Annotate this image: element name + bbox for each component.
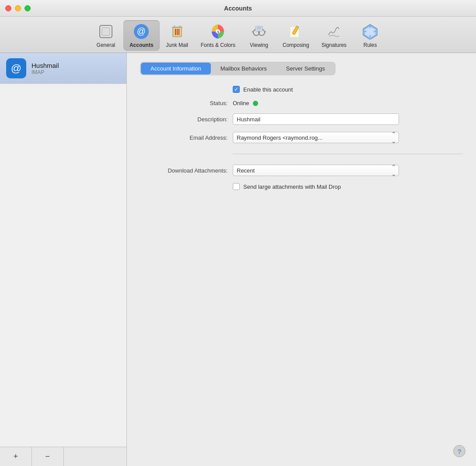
sidebar-controls: + − — [0, 447, 126, 466]
title-bar: Accounts — [0, 0, 476, 17]
email-address-label: Email Address: — [140, 134, 228, 141]
status-label: Status: — [140, 100, 228, 106]
account-info: Hushmail IMAP — [32, 62, 59, 75]
download-attachments-row: Download Attachments: All Recent None ⌃⌄ — [140, 165, 463, 176]
download-attachments-select[interactable]: All Recent None — [233, 165, 399, 176]
toolbar-item-accounts[interactable]: @ Accounts — [123, 20, 160, 51]
tab-bar: Account Information Mailbox Behaviors Se… — [140, 62, 336, 75]
rules-icon — [361, 23, 379, 40]
toolbar-item-junk-mail[interactable]: Junk Mail — [160, 20, 195, 51]
description-value — [233, 113, 463, 125]
download-attachments-select-wrapper: All Recent None ⌃⌄ — [233, 165, 399, 176]
toolbar-label-fonts-colors: Fonts & Colors — [201, 42, 235, 48]
toolbar-item-signatures[interactable]: Signatures — [315, 20, 353, 51]
download-attachments-label: Download Attachments: — [140, 167, 228, 174]
junk-mail-icon — [168, 23, 186, 40]
account-item-hushmail[interactable]: @ Hushmail IMAP — [0, 53, 126, 84]
account-type: IMAP — [32, 69, 59, 75]
form-divider — [233, 154, 463, 154]
minimize-button[interactable] — [15, 5, 21, 11]
description-input[interactable] — [233, 113, 399, 125]
checkmark-icon: ✓ — [234, 87, 238, 92]
svg-text:@: @ — [137, 26, 146, 36]
traffic-lights — [5, 5, 31, 11]
toolbar-label-rules: Rules — [364, 42, 377, 48]
mail-drop-label: Send large attachments with Mail Drop — [243, 184, 341, 190]
accounts-icon: @ — [133, 23, 150, 40]
at-icon: @ — [11, 62, 21, 74]
email-address-value: Raymond Rogers <raymond.rog... ⌃⌄ — [233, 132, 463, 143]
status-online-dot — [253, 101, 258, 106]
description-row: Description: — [140, 113, 463, 125]
tab-server-settings[interactable]: Server Settings — [276, 63, 335, 74]
toolbar-label-accounts: Accounts — [130, 42, 154, 48]
status-row: Status: Online — [140, 100, 463, 106]
toolbar-label-general: General — [97, 42, 116, 48]
sidebar: @ Hushmail IMAP + − — [0, 53, 127, 466]
toolbar-item-viewing[interactable]: Viewing — [242, 20, 276, 51]
status-value: Online — [233, 100, 463, 106]
enable-account-checkbox[interactable]: ✓ — [233, 86, 240, 93]
toolbar-item-rules[interactable]: Rules — [353, 20, 388, 51]
composing-icon — [287, 23, 304, 40]
account-name: Hushmail — [32, 62, 59, 69]
maximize-button[interactable] — [24, 5, 31, 11]
svg-rect-1 — [102, 28, 110, 35]
mail-drop-checkbox[interactable] — [233, 183, 240, 190]
toolbar: General @ Accounts Junk Mail — [0, 17, 476, 53]
toolbar-label-junk-mail: Junk Mail — [166, 42, 188, 48]
window-title: Accounts — [224, 5, 252, 12]
toolbar-item-general[interactable]: General — [88, 20, 123, 51]
status-text: Online — [233, 100, 249, 106]
sidebar-spacer — [64, 447, 127, 466]
detail-panel: Account Information Mailbox Behaviors Se… — [127, 53, 476, 466]
close-button[interactable] — [5, 5, 11, 11]
remove-account-button[interactable]: − — [32, 447, 64, 466]
help-button[interactable]: ? — [453, 445, 466, 457]
enable-account-label: Enable this account — [243, 86, 293, 93]
tab-mailbox-behaviors[interactable]: Mailbox Behaviors — [211, 63, 276, 74]
signatures-icon — [325, 23, 343, 40]
toolbar-item-fonts-colors[interactable]: A Fonts & Colors — [195, 20, 242, 51]
mail-drop-row: Send large attachments with Mail Drop — [233, 183, 463, 190]
email-address-select[interactable]: Raymond Rogers <raymond.rog... — [233, 132, 399, 143]
enable-account-row: ✓ Enable this account — [233, 86, 463, 93]
description-label: Description: — [140, 116, 228, 123]
toolbar-item-composing[interactable]: Composing — [276, 20, 315, 51]
toolbar-label-composing: Composing — [283, 42, 309, 48]
toolbar-label-viewing: Viewing — [250, 42, 268, 48]
email-address-row: Email Address: Raymond Rogers <raymond.r… — [140, 132, 463, 143]
email-address-select-wrapper: Raymond Rogers <raymond.rog... ⌃⌄ — [233, 132, 399, 143]
form-section: ✓ Enable this account Status: Online Des… — [140, 86, 463, 190]
account-avatar: @ — [6, 58, 26, 78]
add-account-button[interactable]: + — [0, 447, 32, 466]
tab-account-information[interactable]: Account Information — [141, 63, 211, 74]
download-attachments-value: All Recent None ⌃⌄ — [233, 165, 463, 176]
toolbar-label-signatures: Signatures — [322, 42, 346, 48]
account-list: @ Hushmail IMAP — [0, 53, 126, 447]
viewing-icon — [250, 23, 268, 40]
main-content: @ Hushmail IMAP + − Account Information … — [0, 53, 476, 466]
svg-text:A: A — [217, 30, 220, 34]
general-icon — [97, 23, 115, 40]
fonts-colors-icon: A — [209, 23, 227, 40]
